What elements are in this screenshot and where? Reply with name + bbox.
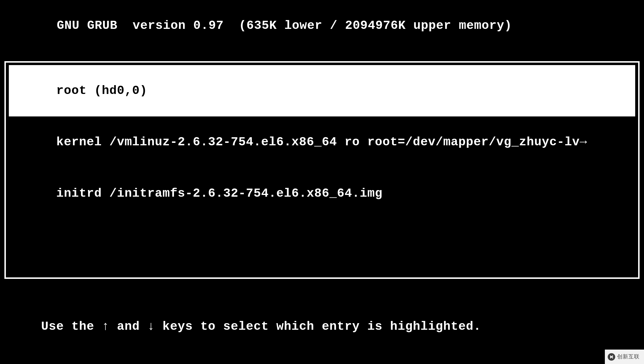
watermark-logo-icon [607,353,616,361]
menu-item-text: root (hd0,0) [56,84,147,98]
grub-header: GNU GRUB version 0.97 (635K lower / 2094… [4,0,640,61]
grub-screen: GNU GRUB version 0.97 (635K lower / 2094… [0,0,644,364]
grub-title: GNU GRUB version 0.97 (635K lower / 2094… [57,18,512,32]
menu-item-text: kernel /vmlinuz-2.6.32-754.el6.x86_64 ro… [56,135,587,149]
grub-help: Use the ↑ and ↓ keys to select which ent… [4,284,640,364]
watermark-label: 创新互联 [617,353,640,360]
help-line: Use the ↑ and ↓ keys to select which ent… [41,318,603,335]
menu-item-root[interactable]: root (hd0,0) [9,65,635,116]
watermark-badge: 创新互联 [605,350,644,364]
grub-menu[interactable]: root (hd0,0) kernel /vmlinuz-2.6.32-754.… [4,61,640,279]
menu-item-initrd[interactable]: initrd /initramfs-2.6.32-754.el6.x86_64.… [6,168,638,219]
svg-rect-1 [612,355,613,358]
menu-item-text: initrd /initramfs-2.6.32-754.el6.x86_64.… [56,186,382,200]
menu-item-kernel[interactable]: kernel /vmlinuz-2.6.32-754.el6.x86_64 ro… [6,116,638,168]
